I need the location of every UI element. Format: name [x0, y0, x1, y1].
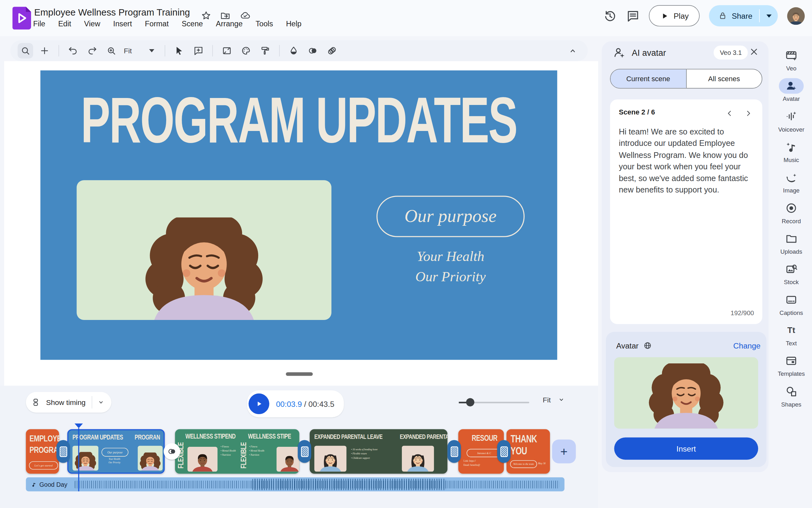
document-title[interactable]: Employee Wellness Program Training: [34, 7, 190, 18]
zoom-fit-caret[interactable]: [149, 49, 154, 52]
change-avatar-link[interactable]: Change: [733, 341, 761, 350]
timeline-zoom-slider[interactable]: [459, 398, 529, 407]
insert-avatar-button[interactable]: Insert: [614, 437, 758, 460]
playhead-handle[interactable]: [75, 424, 83, 428]
collapse-toolbar-icon[interactable]: [565, 43, 580, 59]
replace-image-icon[interactable]: [219, 43, 234, 59]
transition-badge-4[interactable]: [448, 440, 461, 463]
share-button[interactable]: Share: [709, 5, 778, 26]
zoom-fit-label[interactable]: Fit: [124, 47, 132, 55]
undo-icon[interactable]: [65, 43, 81, 59]
animations-icon[interactable]: [324, 43, 339, 59]
menu-tools[interactable]: Tools: [256, 20, 273, 28]
tab-all-scenes[interactable]: All scenes: [686, 70, 762, 88]
adjust-color-icon[interactable]: [286, 43, 301, 59]
add-scene-button[interactable]: +: [552, 439, 576, 463]
menu-edit[interactable]: Edit: [58, 20, 71, 28]
avatar-preview-illustration: [624, 364, 748, 429]
scene-script-card: Scene 2 / 6 Hi team! We are so excited t…: [610, 99, 762, 324]
slide-avatar-box[interactable]: [77, 180, 331, 320]
timeline-play-button[interactable]: [249, 393, 269, 414]
rail-item-captions[interactable]: Captions: [770, 292, 812, 316]
transition-badge-3[interactable]: [298, 440, 311, 463]
share-button-label: Share: [732, 11, 753, 20]
slide-title[interactable]: PROGRAM UPDATES: [48, 83, 550, 158]
add-comment-icon[interactable]: [190, 43, 206, 59]
rail-item-templates[interactable]: Templates: [770, 353, 812, 377]
select-cursor-icon[interactable]: [171, 43, 187, 59]
timeline-fit-dropdown[interactable]: Fit: [543, 395, 565, 404]
transition-badge-5[interactable]: [497, 440, 510, 463]
rail-item-music[interactable]: Music: [770, 139, 812, 163]
transition-badge-1[interactable]: [56, 440, 70, 463]
menu-help[interactable]: Help: [286, 20, 302, 28]
rail-item-veo[interactable]: Veo: [770, 48, 812, 71]
time-display: 00:03.9 / 00:43.5: [276, 399, 334, 409]
previous-scene-icon[interactable]: [723, 107, 736, 120]
rail-item-avatar[interactable]: Avatar: [770, 78, 812, 102]
shapes-icon: [785, 385, 798, 398]
paint-format-icon[interactable]: [257, 43, 273, 59]
menu-arrange[interactable]: Arrange: [216, 20, 243, 28]
rail-item-record[interactable]: Record: [770, 200, 812, 224]
canvas-resize-handle[interactable]: [286, 372, 313, 376]
user-avatar[interactable]: [787, 7, 805, 25]
show-timing-dropdown[interactable]: Show timing: [26, 392, 112, 413]
menu-bar: File Edit View Insert Format Scene Arran…: [33, 20, 301, 28]
menu-view[interactable]: View: [84, 20, 100, 28]
vids-logo-icon[interactable]: [12, 7, 31, 30]
version-history-icon[interactable]: [603, 9, 617, 23]
share-divider: [759, 9, 760, 22]
avatar-section-label: Avatar: [616, 341, 639, 350]
tab-current-scene[interactable]: Current scene: [611, 70, 686, 88]
star-icon[interactable]: [201, 10, 211, 21]
menu-insert[interactable]: Insert: [113, 20, 132, 28]
rail-item-shapes[interactable]: Shapes: [770, 384, 812, 408]
rail-item-text[interactable]: Tt Text: [770, 323, 812, 346]
rail-item-uploads[interactable]: Uploads: [770, 231, 812, 255]
scene-thumbnail-3[interactable]: FLEXIBLE WELLNESS STIPEND • Fitness • Me…: [175, 429, 299, 473]
transition-badge-2[interactable]: [164, 443, 180, 460]
character-counter: 192/900: [730, 309, 754, 317]
scene-thumbnail-4[interactable]: EXPANDED PARENTAL LEAVE • 16 weeks of bo…: [310, 429, 447, 473]
playback-controls: 00:03.9 / 00:43.5: [247, 390, 344, 417]
search-tool-icon[interactable]: [18, 43, 33, 59]
redo-icon[interactable]: [84, 43, 100, 59]
rail-item-stock[interactable]: Stock: [770, 261, 812, 285]
palette-icon[interactable]: [238, 43, 253, 59]
slider-thumb[interactable]: [466, 398, 474, 407]
menu-file[interactable]: File: [33, 20, 45, 28]
cloud-saved-icon[interactable]: [239, 10, 251, 21]
edit-toolbar: Fit: [10, 40, 588, 61]
slide-subtitle[interactable]: Your Health Our Priority: [376, 246, 525, 287]
slide-preview[interactable]: PROGRAM UPDATES Our purpose Your Health …: [40, 71, 557, 360]
add-icon[interactable]: [37, 43, 52, 59]
record-icon: [785, 202, 798, 214]
folder-icon: [785, 232, 798, 245]
avatar-preview[interactable]: [614, 357, 758, 429]
transition-icon[interactable]: [305, 43, 320, 59]
scene-script-text[interactable]: Hi team! We are so excited to introduce …: [619, 126, 755, 196]
next-scene-icon[interactable]: [741, 107, 755, 120]
comments-icon[interactable]: [626, 9, 640, 23]
slide-purpose-badge[interactable]: Our purpose: [376, 196, 525, 237]
templates-icon: [785, 354, 798, 367]
scene-thumbnail-1[interactable]: EMPLOYE PROGRAM Let's get started: [26, 429, 59, 473]
time-separator: /: [302, 399, 308, 409]
zoom-in-icon[interactable]: [104, 43, 119, 59]
audio-track[interactable]: Good Day: [26, 477, 565, 491]
current-time: 00:03.9: [276, 399, 302, 409]
scene-thumbnail-6[interactable]: THANK YOU Welcome to the team May 30: [506, 429, 550, 473]
rail-item-image[interactable]: Image: [770, 170, 812, 194]
veo-version-badge: Veo 3.1: [714, 46, 748, 59]
play-button[interactable]: Play: [649, 5, 699, 26]
menu-scene[interactable]: Scene: [182, 20, 203, 28]
scene-thumbnail-2-selected[interactable]: PROGRAM UPDATES Our purpose Your HealthO…: [67, 429, 165, 473]
rail-item-voiceover[interactable]: Voiceover: [770, 109, 812, 133]
share-dropdown-caret[interactable]: [766, 14, 771, 17]
menu-format[interactable]: Format: [145, 20, 169, 28]
playhead-line[interactable]: [78, 428, 79, 491]
show-timing-caret-icon: [97, 398, 105, 407]
panel-close-icon[interactable]: [749, 47, 759, 57]
move-folder-icon[interactable]: [219, 10, 231, 21]
